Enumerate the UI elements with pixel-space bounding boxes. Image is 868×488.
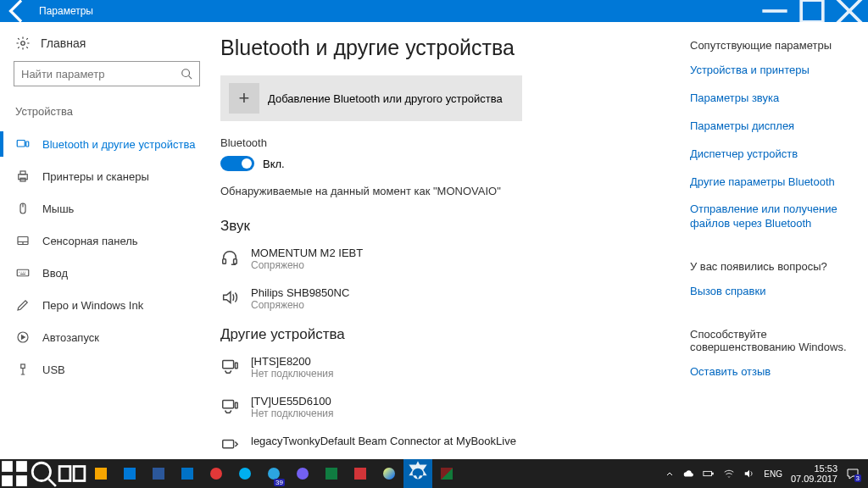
taskbar-taskview[interactable] — [58, 459, 86, 488]
other-heading: Другие устройства — [220, 326, 683, 343]
taskbar-app[interactable] — [317, 459, 346, 488]
tray-date: 07.09.2017 — [791, 474, 837, 484]
svg-rect-26 — [74, 467, 85, 481]
help-link[interactable]: Вызов справки — [690, 285, 860, 299]
autoplay-icon — [15, 330, 31, 345]
sidebar-item-label: Мышь — [42, 202, 74, 215]
media-device-icon — [220, 396, 239, 415]
maximize-button[interactable] — [793, 0, 831, 30]
related-link[interactable]: Диспетчер устройств — [690, 147, 860, 162]
feedback-heading: Способствуйте совершенствованию Windows. — [690, 328, 860, 353]
device-status: Сопряжено — [251, 259, 363, 271]
sidebar-item-pen[interactable]: Перо и Windows Ink — [14, 289, 214, 321]
svg-point-1 — [21, 42, 25, 46]
device-row[interactable]: legacyTwonkyDefault Beam Connector at My… — [220, 435, 683, 455]
related-link[interactable]: Устройства и принтеры — [690, 64, 860, 78]
tray-power-icon[interactable] — [703, 468, 715, 480]
device-row[interactable]: [TV]UE55D6100 Нет подключения — [220, 395, 683, 419]
related-link[interactable]: Отправление или получение файлов через B… — [690, 202, 860, 231]
svg-point-24 — [32, 463, 50, 480]
svg-rect-5 — [19, 175, 28, 180]
taskbar-app[interactable] — [144, 459, 173, 488]
taskbar-app[interactable] — [432, 459, 461, 488]
sound-heading: Звук — [220, 218, 683, 235]
add-device-button[interactable]: + Добавление Bluetooth или другого устро… — [220, 75, 522, 121]
sidebar-item-label: Ввод — [42, 267, 68, 280]
mouse-icon — [15, 201, 31, 216]
taskbar-app[interactable] — [375, 459, 403, 488]
sidebar-item-autoplay[interactable]: Автозапуск — [14, 321, 214, 353]
taskbar-app[interactable] — [115, 459, 144, 488]
taskbar-app[interactable]: 39 — [259, 459, 288, 488]
tray-up-icon[interactable] — [665, 469, 674, 478]
bluetooth-toggle[interactable] — [220, 156, 254, 171]
tray-volume-icon[interactable] — [743, 468, 755, 480]
svg-rect-27 — [704, 471, 712, 475]
gear-icon — [15, 36, 31, 51]
devices-icon — [15, 136, 31, 152]
svg-rect-0 — [801, 0, 823, 22]
svg-rect-14 — [234, 259, 237, 264]
main-content: Bluetooth и другие устройства + Добавлен… — [214, 22, 690, 459]
taskbar-app[interactable] — [403, 459, 432, 488]
discoverable-text: Обнаруживаемые на данный момент как "MON… — [220, 185, 683, 197]
sidebar-item-usb[interactable]: USB — [14, 353, 214, 385]
sidebar-item-mouse[interactable]: Мышь — [14, 192, 214, 225]
questions-heading: У вас появились вопросы? — [690, 260, 860, 273]
search-box[interactable] — [14, 61, 200, 86]
svg-point-2 — [182, 69, 190, 77]
taskbar-app[interactable] — [231, 459, 259, 488]
svg-rect-17 — [223, 401, 234, 408]
start-button[interactable] — [0, 459, 29, 488]
svg-rect-4 — [26, 141, 29, 147]
window-title: Параметры — [34, 5, 756, 17]
tray-notifications[interactable]: 3 — [846, 467, 860, 480]
related-link[interactable]: Параметры звука — [690, 92, 860, 106]
svg-rect-25 — [59, 467, 70, 481]
svg-rect-28 — [712, 473, 714, 474]
search-icon — [181, 68, 192, 80]
printer-icon — [15, 169, 31, 184]
sidebar-item-label: Перо и Windows Ink — [42, 299, 143, 312]
search-input[interactable] — [21, 68, 181, 80]
sidebar-item-label: Сенсорная панель — [42, 235, 138, 247]
tray-clock[interactable]: 15:53 07.09.2017 — [791, 463, 837, 484]
device-row[interactable]: [HTS]E8200 Нет подключения — [220, 355, 683, 380]
taskbar-app[interactable] — [86, 459, 115, 488]
related-link[interactable]: Параметры дисплея — [690, 119, 860, 134]
tray-language[interactable]: ENG — [764, 469, 782, 479]
media-device-icon — [220, 357, 239, 375]
svg-rect-3 — [17, 141, 25, 147]
keyboard-icon — [15, 265, 31, 280]
svg-rect-6 — [20, 171, 25, 175]
device-name: MOMENTUM M2 IEBT — [251, 247, 363, 259]
tray-cloud-icon[interactable] — [682, 468, 694, 480]
taskbar-app[interactable] — [173, 459, 202, 488]
home-link[interactable]: Главная — [15, 36, 214, 51]
sidebar-item-bluetooth[interactable]: Bluetooth и другие устройства — [14, 128, 214, 160]
minimize-button[interactable] — [756, 0, 793, 30]
sidebar-item-printers[interactable]: Принтеры и сканеры — [14, 160, 214, 192]
sidebar-item-touchpad[interactable]: Сенсорная панель — [14, 225, 214, 257]
related-link[interactable]: Другие параметры Bluetooth — [690, 175, 860, 190]
bluetooth-label: Bluetooth — [220, 136, 683, 149]
close-button[interactable] — [831, 0, 868, 30]
device-name: [TV]UE55D6100 — [251, 395, 334, 408]
taskbar-app[interactable] — [346, 459, 375, 488]
home-label: Главная — [41, 36, 86, 50]
tray-wifi-icon[interactable] — [723, 468, 735, 480]
sidebar-item-typing[interactable]: Ввод — [14, 257, 214, 289]
taskbar-search[interactable] — [29, 459, 58, 488]
svg-rect-21 — [16, 461, 27, 472]
media-device-icon — [220, 436, 239, 455]
svg-rect-12 — [21, 364, 25, 369]
related-heading: Сопутствующие параметры — [690, 39, 860, 52]
taskbar-app[interactable] — [288, 459, 317, 488]
feedback-link[interactable]: Оставить отзыв — [690, 365, 860, 380]
device-row[interactable]: MOMENTUM M2 IEBT Сопряжено — [220, 247, 683, 271]
svg-rect-19 — [223, 441, 234, 448]
taskbar-app[interactable] — [202, 459, 231, 488]
aside: Сопутствующие параметры Устройства и при… — [690, 22, 868, 459]
device-row[interactable]: Philips SHB9850NC Сопряжено — [220, 286, 683, 311]
speaker-icon — [220, 288, 239, 307]
